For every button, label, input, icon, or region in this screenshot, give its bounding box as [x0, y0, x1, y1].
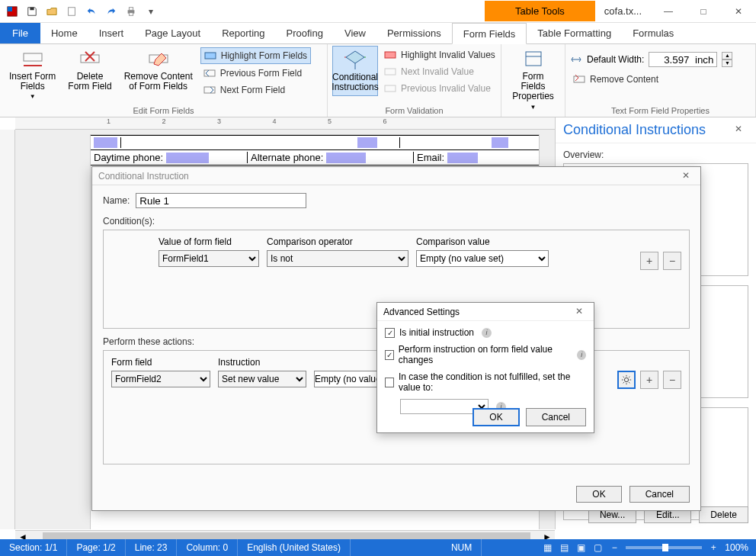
zoom-in-icon[interactable]: + [708, 542, 719, 553]
new-icon[interactable] [62, 2, 81, 21]
dropdown-icon: ▼ [530, 104, 537, 111]
menu-bar: File Home Insert Page Layout Reporting P… [0, 23, 756, 44]
remove-condition-button[interactable]: − [663, 252, 681, 270]
close-icon[interactable]: ✕ [721, 0, 756, 23]
group-edit-form-fields: Edit Form Fields [5, 104, 322, 117]
remove-content-button-2[interactable]: Remove Content [570, 72, 662, 87]
hdr-op-label: Comparison operator [267, 236, 408, 247]
hdr-value-label: Value of form field [159, 236, 259, 247]
tab-view[interactable]: View [334, 23, 376, 43]
on-value-change-label: Perform instruction on form field value … [399, 344, 570, 365]
overview-label: Overview: [563, 149, 748, 160]
action-formfield-select[interactable]: FormField2 [111, 371, 210, 387]
next-invalid-icon [384, 66, 396, 78]
width-icon [570, 53, 582, 66]
conditional-instructions-button[interactable]: Conditional Instructions [332, 46, 378, 96]
advanced-settings-button[interactable] [617, 371, 636, 389]
undo-icon[interactable] [82, 2, 101, 21]
help-icon[interactable]: i [577, 350, 586, 360]
delete-button[interactable]: Delete [699, 506, 748, 523]
advanced-cancel-button[interactable]: Cancel [526, 408, 586, 426]
action-instruction-select[interactable]: Set new value [218, 371, 306, 387]
alternate-phone-label: Alternate phone: [251, 152, 323, 163]
open-icon[interactable] [43, 2, 61, 21]
help-icon[interactable]: i [482, 328, 492, 338]
on-value-change-checkbox[interactable]: ✓ [385, 350, 394, 360]
next-icon [203, 84, 216, 96]
status-section: Section: 1/1 [0, 539, 67, 556]
hdr-instruction-label: Instruction [218, 357, 260, 368]
qa-dropdown-icon[interactable]: ▾ [142, 2, 160, 21]
add-condition-button[interactable]: + [640, 252, 658, 270]
insert-form-fields-icon [22, 49, 43, 70]
view-mode-icon-2[interactable]: ▤ [559, 542, 569, 553]
remove-action-button[interactable]: − [663, 371, 681, 389]
highlight-icon [204, 50, 216, 62]
document-title: cofa.tx... [595, 5, 651, 17]
default-width-input[interactable] [649, 52, 717, 67]
status-page: Page: 1/2 [67, 539, 125, 556]
minimize-icon[interactable]: — [651, 0, 686, 23]
svg-rect-2 [30, 7, 34, 10]
condition-formfield-select[interactable]: FormField1 [159, 250, 259, 267]
maximize-icon[interactable]: □ [686, 0, 721, 23]
svg-rect-21 [526, 52, 541, 66]
delete-form-field-label: Delete Form Field [68, 72, 111, 92]
save-icon[interactable] [23, 2, 41, 21]
tab-table-formatting[interactable]: Table Formatting [527, 23, 622, 43]
tab-permissions[interactable]: Permissions [376, 23, 452, 43]
add-action-button[interactable]: + [640, 371, 658, 389]
tab-file[interactable]: File [0, 23, 40, 43]
redo-icon[interactable] [102, 2, 120, 21]
tab-proofing[interactable]: Proofing [276, 23, 334, 43]
panel-close-icon[interactable]: ✕ [735, 124, 748, 137]
zoom-slider[interactable] [626, 546, 702, 549]
status-bar: Section: 1/1 Page: 1/2 Line: 23 Column: … [0, 539, 756, 556]
next-form-field-button[interactable]: Next Form Field [200, 82, 311, 98]
tab-form-fields[interactable]: Form Fields [452, 23, 527, 44]
name-input[interactable] [136, 193, 306, 208]
advanced-close-icon[interactable]: ✕ [575, 306, 588, 318]
quick-access-toolbar: ▾ [0, 2, 163, 21]
dialog-ok-button[interactable]: OK [576, 486, 621, 503]
delete-form-field-button[interactable]: Delete Form Field [63, 46, 116, 95]
view-mode-icon-1[interactable]: ▦ [542, 542, 553, 553]
svg-marker-14 [346, 51, 364, 63]
next-invalid-button[interactable]: Next Invalid Value [381, 64, 498, 79]
tab-insert[interactable]: Insert [88, 23, 135, 43]
condition-operator-select[interactable]: Is not [267, 250, 408, 267]
zoom-out-icon[interactable]: − [609, 542, 620, 553]
view-mode-icon-4[interactable]: ▢ [592, 542, 603, 553]
condition-value-select[interactable]: Empty (no value set) [416, 250, 549, 267]
dialog-cancel-button[interactable]: Cancel [629, 486, 690, 503]
zoom-value: 100% [725, 542, 748, 553]
highlight-form-fields-button[interactable]: Highlight Form Fields [200, 47, 311, 64]
previous-form-field-button[interactable]: Previous Form Field [200, 66, 311, 81]
print-icon[interactable] [122, 2, 140, 21]
status-num: NUM [442, 539, 482, 556]
form-fields-properties-button[interactable]: Form Fields Properties ▼ [506, 46, 560, 114]
horizontal-ruler [15, 117, 555, 130]
ff-properties-label: Form Fields Properties [511, 72, 556, 102]
initial-instruction-checkbox[interactable]: ✓ [385, 328, 395, 338]
svg-rect-23 [574, 76, 585, 82]
tab-page-layout[interactable]: Page Layout [134, 23, 211, 43]
svg-rect-1 [8, 6, 12, 11]
insert-form-fields-button[interactable]: Insert Form Fields ▼ [5, 46, 60, 103]
previous-invalid-icon [384, 82, 396, 95]
advanced-ok-button[interactable]: OK [472, 408, 519, 426]
highlight-invalid-button[interactable]: Highlight Invalid Values [381, 47, 498, 63]
view-mode-icon-3[interactable]: ▣ [575, 542, 586, 553]
remove-content-button[interactable]: Remove Content of Form Fields [120, 46, 197, 95]
else-value-checkbox[interactable] [385, 378, 394, 387]
tab-formulas[interactable]: Formulas [622, 23, 684, 43]
dialog-close-icon[interactable]: ✕ [682, 170, 694, 182]
else-value-label: In case the condition is not fulfilled, … [399, 371, 586, 393]
tab-home[interactable]: Home [40, 23, 88, 43]
context-tab-table-tools: Table Tools [485, 1, 595, 21]
width-spinner[interactable]: ▲▼ [722, 52, 732, 67]
insert-form-fields-label: Insert Form Fields [9, 72, 56, 92]
svg-rect-11 [205, 53, 216, 59]
previous-invalid-button[interactable]: Previous Invalid Value [381, 81, 498, 96]
tab-reporting[interactable]: Reporting [211, 23, 275, 43]
